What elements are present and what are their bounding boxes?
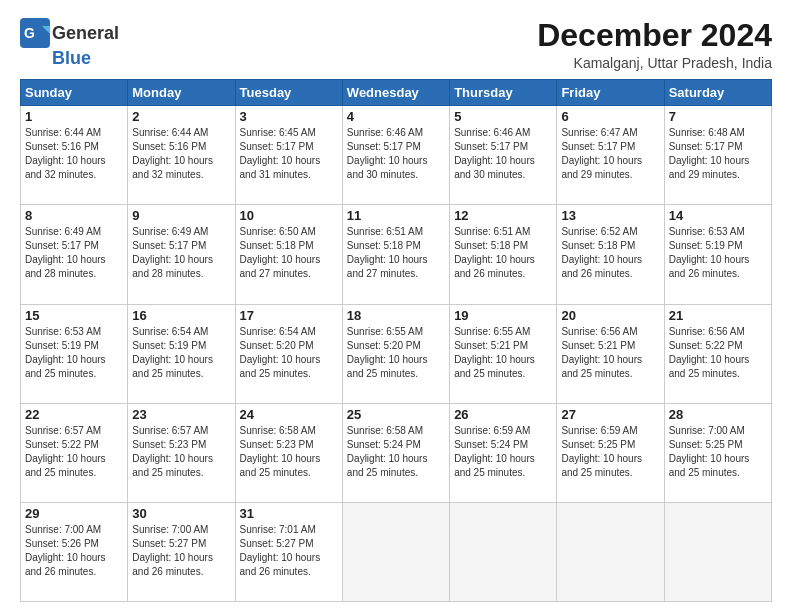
day-number: 17 (240, 308, 338, 323)
col-friday: Friday (557, 80, 664, 106)
day-detail: Sunrise: 6:58 AMSunset: 5:23 PMDaylight:… (240, 424, 338, 480)
day-detail: Sunrise: 6:57 AMSunset: 5:23 PMDaylight:… (132, 424, 230, 480)
table-row: 9Sunrise: 6:49 AMSunset: 5:17 PMDaylight… (128, 205, 235, 304)
col-saturday: Saturday (664, 80, 771, 106)
day-number: 4 (347, 109, 445, 124)
table-row: 24Sunrise: 6:58 AMSunset: 5:23 PMDayligh… (235, 403, 342, 502)
calendar-header-row: Sunday Monday Tuesday Wednesday Thursday… (21, 80, 772, 106)
table-row: 7Sunrise: 6:48 AMSunset: 5:17 PMDaylight… (664, 106, 771, 205)
day-detail: Sunrise: 6:52 AMSunset: 5:18 PMDaylight:… (561, 225, 659, 281)
day-detail: Sunrise: 6:45 AMSunset: 5:17 PMDaylight:… (240, 126, 338, 182)
calendar-week-row: 22Sunrise: 6:57 AMSunset: 5:22 PMDayligh… (21, 403, 772, 502)
day-number: 15 (25, 308, 123, 323)
table-row: 16Sunrise: 6:54 AMSunset: 5:19 PMDayligh… (128, 304, 235, 403)
logo: G General Blue (20, 18, 119, 69)
day-detail: Sunrise: 6:54 AMSunset: 5:20 PMDaylight:… (240, 325, 338, 381)
day-number: 29 (25, 506, 123, 521)
day-number: 10 (240, 208, 338, 223)
page-subtitle: Kamalganj, Uttar Pradesh, India (537, 55, 772, 71)
day-detail: Sunrise: 6:47 AMSunset: 5:17 PMDaylight:… (561, 126, 659, 182)
table-row: 28Sunrise: 7:00 AMSunset: 5:25 PMDayligh… (664, 403, 771, 502)
day-number: 27 (561, 407, 659, 422)
day-number: 8 (25, 208, 123, 223)
page-title: December 2024 (537, 18, 772, 53)
table-row: 14Sunrise: 6:53 AMSunset: 5:19 PMDayligh… (664, 205, 771, 304)
table-row (342, 502, 449, 601)
table-row: 13Sunrise: 6:52 AMSunset: 5:18 PMDayligh… (557, 205, 664, 304)
col-tuesday: Tuesday (235, 80, 342, 106)
table-row: 22Sunrise: 6:57 AMSunset: 5:22 PMDayligh… (21, 403, 128, 502)
calendar-table: Sunday Monday Tuesday Wednesday Thursday… (20, 79, 772, 602)
header: G General Blue December 2024 Kamalganj, … (20, 18, 772, 71)
day-number: 9 (132, 208, 230, 223)
table-row: 31Sunrise: 7:01 AMSunset: 5:27 PMDayligh… (235, 502, 342, 601)
day-number: 28 (669, 407, 767, 422)
day-number: 19 (454, 308, 552, 323)
table-row: 8Sunrise: 6:49 AMSunset: 5:17 PMDaylight… (21, 205, 128, 304)
day-detail: Sunrise: 7:01 AMSunset: 5:27 PMDaylight:… (240, 523, 338, 579)
day-detail: Sunrise: 6:55 AMSunset: 5:20 PMDaylight:… (347, 325, 445, 381)
day-detail: Sunrise: 6:54 AMSunset: 5:19 PMDaylight:… (132, 325, 230, 381)
day-detail: Sunrise: 6:51 AMSunset: 5:18 PMDaylight:… (454, 225, 552, 281)
day-detail: Sunrise: 6:50 AMSunset: 5:18 PMDaylight:… (240, 225, 338, 281)
day-number: 13 (561, 208, 659, 223)
day-number: 11 (347, 208, 445, 223)
day-number: 24 (240, 407, 338, 422)
col-wednesday: Wednesday (342, 80, 449, 106)
day-number: 22 (25, 407, 123, 422)
day-detail: Sunrise: 6:48 AMSunset: 5:17 PMDaylight:… (669, 126, 767, 182)
table-row: 18Sunrise: 6:55 AMSunset: 5:20 PMDayligh… (342, 304, 449, 403)
day-detail: Sunrise: 6:53 AMSunset: 5:19 PMDaylight:… (25, 325, 123, 381)
table-row: 27Sunrise: 6:59 AMSunset: 5:25 PMDayligh… (557, 403, 664, 502)
logo-text-general: General (52, 23, 119, 44)
table-row: 19Sunrise: 6:55 AMSunset: 5:21 PMDayligh… (450, 304, 557, 403)
day-number: 16 (132, 308, 230, 323)
table-row: 12Sunrise: 6:51 AMSunset: 5:18 PMDayligh… (450, 205, 557, 304)
logo-text-blue: Blue (52, 48, 91, 69)
logo-icon: G (20, 18, 50, 48)
table-row: 1Sunrise: 6:44 AMSunset: 5:16 PMDaylight… (21, 106, 128, 205)
page: G General Blue December 2024 Kamalganj, … (0, 0, 792, 612)
day-number: 2 (132, 109, 230, 124)
table-row: 21Sunrise: 6:56 AMSunset: 5:22 PMDayligh… (664, 304, 771, 403)
day-number: 14 (669, 208, 767, 223)
table-row: 2Sunrise: 6:44 AMSunset: 5:16 PMDaylight… (128, 106, 235, 205)
day-detail: Sunrise: 6:51 AMSunset: 5:18 PMDaylight:… (347, 225, 445, 281)
day-number: 5 (454, 109, 552, 124)
day-number: 18 (347, 308, 445, 323)
day-detail: Sunrise: 6:57 AMSunset: 5:22 PMDaylight:… (25, 424, 123, 480)
table-row: 3Sunrise: 6:45 AMSunset: 5:17 PMDaylight… (235, 106, 342, 205)
day-number: 30 (132, 506, 230, 521)
table-row: 30Sunrise: 7:00 AMSunset: 5:27 PMDayligh… (128, 502, 235, 601)
day-detail: Sunrise: 6:55 AMSunset: 5:21 PMDaylight:… (454, 325, 552, 381)
day-detail: Sunrise: 7:00 AMSunset: 5:27 PMDaylight:… (132, 523, 230, 579)
day-number: 23 (132, 407, 230, 422)
col-sunday: Sunday (21, 80, 128, 106)
day-detail: Sunrise: 6:49 AMSunset: 5:17 PMDaylight:… (25, 225, 123, 281)
day-number: 20 (561, 308, 659, 323)
day-detail: Sunrise: 6:49 AMSunset: 5:17 PMDaylight:… (132, 225, 230, 281)
table-row: 26Sunrise: 6:59 AMSunset: 5:24 PMDayligh… (450, 403, 557, 502)
table-row: 10Sunrise: 6:50 AMSunset: 5:18 PMDayligh… (235, 205, 342, 304)
day-number: 25 (347, 407, 445, 422)
day-detail: Sunrise: 6:44 AMSunset: 5:16 PMDaylight:… (25, 126, 123, 182)
logo-line1: G General (20, 18, 119, 48)
table-row: 6Sunrise: 6:47 AMSunset: 5:17 PMDaylight… (557, 106, 664, 205)
day-detail: Sunrise: 6:53 AMSunset: 5:19 PMDaylight:… (669, 225, 767, 281)
day-detail: Sunrise: 7:00 AMSunset: 5:26 PMDaylight:… (25, 523, 123, 579)
table-row: 20Sunrise: 6:56 AMSunset: 5:21 PMDayligh… (557, 304, 664, 403)
day-number: 31 (240, 506, 338, 521)
day-detail: Sunrise: 6:46 AMSunset: 5:17 PMDaylight:… (347, 126, 445, 182)
day-detail: Sunrise: 7:00 AMSunset: 5:25 PMDaylight:… (669, 424, 767, 480)
calendar-week-row: 15Sunrise: 6:53 AMSunset: 5:19 PMDayligh… (21, 304, 772, 403)
day-number: 21 (669, 308, 767, 323)
table-row: 5Sunrise: 6:46 AMSunset: 5:17 PMDaylight… (450, 106, 557, 205)
table-row: 23Sunrise: 6:57 AMSunset: 5:23 PMDayligh… (128, 403, 235, 502)
table-row (450, 502, 557, 601)
table-row: 29Sunrise: 7:00 AMSunset: 5:26 PMDayligh… (21, 502, 128, 601)
calendar-week-row: 29Sunrise: 7:00 AMSunset: 5:26 PMDayligh… (21, 502, 772, 601)
table-row: 17Sunrise: 6:54 AMSunset: 5:20 PMDayligh… (235, 304, 342, 403)
col-thursday: Thursday (450, 80, 557, 106)
day-number: 12 (454, 208, 552, 223)
day-detail: Sunrise: 6:58 AMSunset: 5:24 PMDaylight:… (347, 424, 445, 480)
